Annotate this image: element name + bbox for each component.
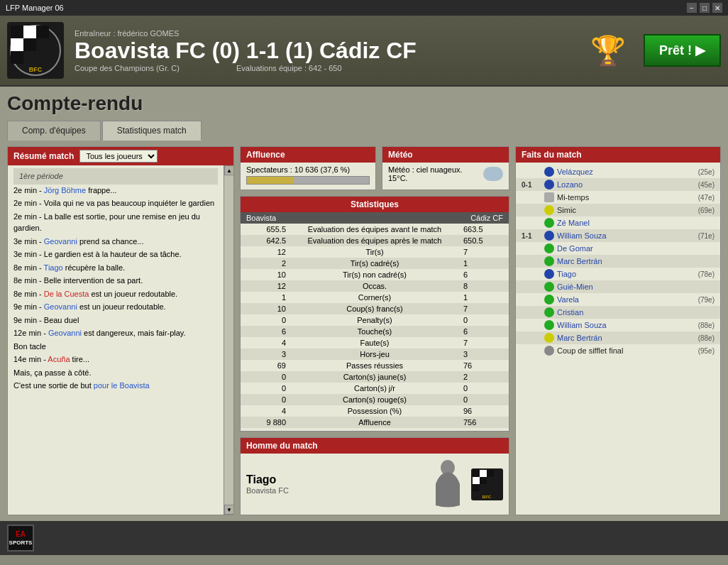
pret-button[interactable]: Prêt ! ▶: [644, 34, 721, 67]
faits-player-name: Cristian: [557, 308, 712, 317]
close-button[interactable]: ✕: [712, 3, 722, 13]
sub-icon: [544, 218, 554, 228]
faits-row: Cristian: [516, 306, 720, 319]
yellow-icon: [544, 205, 554, 215]
event-15: C'est une sortie de but pour le Boavista: [13, 380, 218, 392]
scroll-down-button[interactable]: ▼: [224, 505, 233, 515]
title-bar: LFP Manager 06 − □ ✕: [0, 0, 728, 16]
event-8: 8e min - De la Cuesta est un joueur redo…: [13, 288, 218, 300]
faits-row: Marc Bertrán: [516, 255, 720, 268]
stats-subheader: Boavista Cádiz CF: [241, 212, 509, 224]
goal-icon: [544, 269, 554, 279]
boavista-logo-small: BFC: [471, 468, 503, 500]
stats-header: Statistiques: [241, 197, 509, 212]
homme-name: Tiago: [246, 473, 289, 486]
svg-rect-11: [473, 470, 480, 477]
ea-sports-logo: EASPORTS: [7, 525, 34, 552]
window-controls[interactable]: − □ ✕: [687, 3, 722, 13]
tab-statistiques-match[interactable]: Statistiques match: [102, 121, 202, 141]
trainer-label: Entraîneur : frédérico GOMES: [75, 29, 573, 38]
svg-text:BFC: BFC: [482, 495, 492, 499]
faits-row: William Souza (88e): [516, 319, 720, 331]
stats-row: 9 880Affluence756: [241, 417, 509, 428]
faits-player-name: Mi-temps: [557, 193, 695, 202]
svg-rect-5: [23, 38, 36, 51]
affluence-bar-fill: [247, 177, 293, 184]
page-title: Compte-rendu: [7, 92, 721, 115]
faits-player-name: William Souza: [557, 231, 695, 240]
faits-player-name: Lozano: [557, 180, 695, 189]
event-11: 12e min - Geovanni est dangereux, mais f…: [13, 327, 218, 339]
content-area: Résumé match Tous les joueurs 1ère pério…: [7, 146, 721, 515]
event-12: Bon tacle: [13, 341, 218, 353]
whistle-icon: [544, 346, 554, 356]
competition-label: Coupe des Champions (Gr. C): [75, 64, 180, 72]
resume-filter-select[interactable]: Tous les joueurs: [79, 150, 158, 163]
panel-middle: Affluence Spectateurs : 10 636 (37,6 %) …: [240, 146, 509, 515]
faits-row: Mi-temps (47e): [516, 191, 720, 204]
faits-player-name: Zé Manel: [557, 219, 712, 227]
score-badge: 1-1: [522, 232, 541, 240]
panel-faits: Faits du match Velázquez (25e) 0-1 Lozan…: [515, 146, 721, 515]
event-10: 9e min - Beau duel: [13, 314, 218, 327]
event-2: 2e min - Voila qui ne va pas beaucoup in…: [13, 197, 218, 209]
sub-icon: [544, 282, 554, 292]
resume-title: Résumé match: [13, 151, 74, 161]
affluence-content: Spectateurs : 10 636 (37,6 %): [241, 163, 375, 190]
stats-table: 655.5Evaluation des équipes avant le mat…: [241, 224, 509, 428]
stats-row: 10Coup(s) franc(s)7: [241, 303, 509, 314]
stats-row: 0Carton(s) jaune(s)2: [241, 371, 509, 383]
maximize-button[interactable]: □: [700, 3, 710, 13]
faits-row: 1-1 William Souza (71e): [516, 229, 720, 242]
event-14: Mais, ça passe à côté.: [13, 367, 218, 379]
trophy-icon: 🏆: [583, 22, 633, 79]
faits-row: Tiago (78e): [516, 268, 720, 280]
stats-row: 1Corner(s)1: [241, 292, 509, 303]
stats-row: 3Hors-jeu3: [241, 349, 509, 360]
svg-rect-6: [36, 26, 49, 38]
faits-player-name: Simic: [557, 206, 695, 214]
homme-header: Homme du match: [241, 438, 509, 454]
svg-rect-12: [480, 470, 487, 477]
yellow-icon: [544, 333, 554, 343]
resume-header: Résumé match Tous les joueurs: [8, 147, 233, 165]
stats-row: 69Passes réussies76: [241, 360, 509, 371]
event-3: 2e min - La balle est sortie, pour une r…: [13, 211, 218, 234]
faits-player-name: De Gomar: [557, 244, 712, 253]
homme-content: Tiago Boavista FC: [241, 454, 509, 515]
affluence-meteo-row: Affluence Spectateurs : 10 636 (37,6 %) …: [240, 146, 509, 190]
meteo-header: Météo: [382, 147, 509, 163]
svg-rect-3: [23, 26, 36, 38]
faits-row: Guié-Mien: [516, 280, 720, 293]
faits-row: Coup de sifflet final (95e): [516, 344, 720, 357]
faits-row: Marc Bertrán (88e): [516, 331, 720, 344]
scroll-up-button[interactable]: ▲: [224, 165, 233, 175]
event-6: 8e min - Tiago récupère la balle.: [13, 262, 218, 274]
faits-player-name: Guié-Mien: [557, 282, 712, 291]
header-info: Entraîneur : frédérico GOMES Boavista FC…: [75, 29, 573, 72]
faits-row: De Gomar: [516, 242, 720, 255]
faits-player-name: Coup de sifflet final: [557, 346, 695, 355]
stats-row: 642.5Evaluation des équipes après le mat…: [241, 235, 509, 246]
faits-event-time: (79e): [698, 296, 715, 304]
affluence-header: Affluence: [241, 147, 375, 163]
svg-rect-16: [473, 484, 480, 491]
svg-text:BFC: BFC: [29, 66, 43, 73]
faits-row: Simic (69e): [516, 204, 720, 216]
stats-row: 2Tir(s) cadré(s)1: [241, 258, 509, 269]
sub-icon: [544, 256, 554, 266]
meteo-content: Météo : ciel nuageux. 15°C.: [382, 163, 509, 185]
event-7: 8e min - Belle intervention de sa part.: [13, 275, 218, 287]
resume-content: 1ère période 2e min - Jörg Böhme frappe.…: [8, 165, 224, 515]
minimize-button[interactable]: −: [687, 3, 697, 13]
sub-icon: [544, 243, 554, 253]
homme-info: Tiago Boavista FC: [246, 473, 289, 495]
faits-player-name: Marc Bertrán: [557, 334, 695, 342]
faits-player-name: Tiago: [557, 270, 695, 278]
tab-comp-equipes[interactable]: Comp. d'équipes: [7, 121, 101, 141]
faits-event-time: (88e): [698, 334, 715, 342]
goal-icon: [544, 180, 554, 190]
faits-player-name: Varela: [557, 295, 695, 304]
faits-event-time: (45e): [698, 181, 715, 189]
svg-rect-14: [480, 477, 487, 484]
